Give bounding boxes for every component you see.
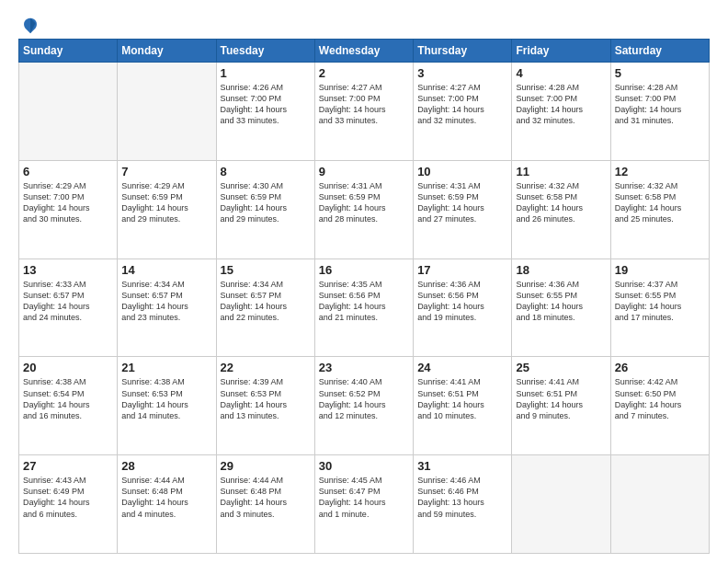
cell-info: Sunrise: 4:31 AMSunset: 6:59 PMDaylight:… (319, 180, 409, 225)
cell-day-number: 10 (417, 165, 507, 178)
calendar-cell: 12Sunrise: 4:32 AMSunset: 6:58 PMDayligh… (610, 160, 709, 259)
cell-info: Sunrise: 4:33 AMSunset: 6:57 PMDaylight:… (23, 279, 113, 324)
cell-info: Sunrise: 4:39 AMSunset: 6:53 PMDaylight:… (221, 376, 311, 421)
cell-info: Sunrise: 4:26 AMSunset: 7:00 PMDaylight:… (221, 82, 311, 127)
cell-info: Sunrise: 4:32 AMSunset: 6:58 PMDaylight:… (615, 180, 705, 225)
cell-day-number: 13 (23, 263, 113, 277)
cell-info: Sunrise: 4:36 AMSunset: 6:55 PMDaylight:… (516, 279, 606, 324)
cell-day-number: 2 (319, 66, 409, 80)
calendar-cell: 4Sunrise: 4:28 AMSunset: 7:00 PMDaylight… (512, 63, 610, 161)
calendar-cell: 2Sunrise: 4:27 AMSunset: 7:00 PMDaylight… (314, 63, 413, 161)
cell-info: Sunrise: 4:29 AMSunset: 6:59 PMDaylight:… (121, 180, 211, 225)
cell-day-number: 21 (121, 361, 211, 374)
calendar-week-row: 6Sunrise: 4:29 AMSunset: 7:00 PMDaylight… (19, 160, 710, 259)
calendar-cell: 28Sunrise: 4:44 AMSunset: 6:48 PMDayligh… (118, 455, 216, 554)
calendar-cell: 13Sunrise: 4:33 AMSunset: 6:57 PMDayligh… (19, 259, 118, 357)
cell-day-number: 23 (319, 361, 409, 374)
weekday-header: Sunday (19, 40, 118, 63)
cell-day-number: 6 (23, 165, 113, 178)
weekday-header: Friday (512, 40, 610, 63)
cell-day-number: 5 (615, 66, 705, 80)
calendar-cell: 27Sunrise: 4:43 AMSunset: 6:49 PMDayligh… (19, 455, 118, 554)
logo-icon (20, 15, 40, 35)
calendar-cell: 7Sunrise: 4:29 AMSunset: 6:59 PMDaylight… (118, 160, 216, 259)
calendar-cell: 6Sunrise: 4:29 AMSunset: 7:00 PMDaylight… (19, 160, 118, 259)
calendar-cell: 31Sunrise: 4:46 AMSunset: 6:46 PMDayligh… (414, 455, 512, 554)
cell-day-number: 12 (615, 165, 705, 178)
cell-day-number: 4 (516, 66, 606, 80)
header (18, 15, 710, 29)
calendar-week-row: 13Sunrise: 4:33 AMSunset: 6:57 PMDayligh… (19, 259, 710, 357)
cell-day-number: 20 (23, 361, 113, 374)
cell-day-number: 11 (516, 165, 606, 178)
cell-info: Sunrise: 4:46 AMSunset: 6:46 PMDaylight:… (417, 475, 507, 520)
cell-info: Sunrise: 4:41 AMSunset: 6:51 PMDaylight:… (516, 376, 606, 421)
cell-day-number: 1 (221, 66, 311, 80)
cell-info: Sunrise: 4:32 AMSunset: 6:58 PMDaylight:… (516, 180, 606, 225)
cell-day-number: 30 (319, 459, 409, 473)
cell-day-number: 15 (221, 263, 311, 277)
cell-info: Sunrise: 4:27 AMSunset: 7:00 PMDaylight:… (319, 82, 409, 127)
cell-info: Sunrise: 4:30 AMSunset: 6:59 PMDaylight:… (221, 180, 311, 225)
calendar-cell: 16Sunrise: 4:35 AMSunset: 6:56 PMDayligh… (314, 259, 413, 357)
cell-day-number: 17 (417, 263, 507, 277)
cell-day-number: 3 (417, 66, 507, 80)
calendar-cell: 14Sunrise: 4:34 AMSunset: 6:57 PMDayligh… (118, 259, 216, 357)
weekday-header: Wednesday (314, 40, 413, 63)
logo (18, 15, 40, 29)
calendar-cell: 11Sunrise: 4:32 AMSunset: 6:58 PMDayligh… (512, 160, 610, 259)
cell-info: Sunrise: 4:37 AMSunset: 6:55 PMDaylight:… (615, 279, 705, 324)
cell-info: Sunrise: 4:40 AMSunset: 6:52 PMDaylight:… (319, 376, 409, 421)
calendar-week-row: 27Sunrise: 4:43 AMSunset: 6:49 PMDayligh… (19, 455, 710, 554)
cell-day-number: 25 (516, 361, 606, 374)
calendar-cell (118, 63, 216, 161)
cell-info: Sunrise: 4:35 AMSunset: 6:56 PMDaylight:… (319, 279, 409, 324)
cell-day-number: 19 (615, 263, 705, 277)
weekday-header: Thursday (414, 40, 512, 63)
cell-day-number: 14 (121, 263, 211, 277)
weekday-header-row: SundayMondayTuesdayWednesdayThursdayFrid… (19, 40, 710, 63)
cell-day-number: 27 (23, 459, 113, 473)
calendar-cell (512, 455, 610, 554)
calendar-cell (610, 455, 709, 554)
calendar-cell: 18Sunrise: 4:36 AMSunset: 6:55 PMDayligh… (512, 259, 610, 357)
calendar-cell: 17Sunrise: 4:36 AMSunset: 6:56 PMDayligh… (414, 259, 512, 357)
cell-info: Sunrise: 4:36 AMSunset: 6:56 PMDaylight:… (417, 279, 507, 324)
calendar-cell: 30Sunrise: 4:45 AMSunset: 6:47 PMDayligh… (314, 455, 413, 554)
cell-info: Sunrise: 4:28 AMSunset: 7:00 PMDaylight:… (615, 82, 705, 127)
cell-info: Sunrise: 4:43 AMSunset: 6:49 PMDaylight:… (23, 475, 113, 520)
weekday-header: Saturday (610, 40, 709, 63)
cell-info: Sunrise: 4:44 AMSunset: 6:48 PMDaylight:… (121, 475, 211, 520)
calendar-week-row: 1Sunrise: 4:26 AMSunset: 7:00 PMDaylight… (19, 63, 710, 161)
calendar-cell: 3Sunrise: 4:27 AMSunset: 7:00 PMDaylight… (414, 63, 512, 161)
page: SundayMondayTuesdayWednesdayThursdayFrid… (0, 0, 728, 563)
calendar-table: SundayMondayTuesdayWednesdayThursdayFrid… (18, 39, 710, 554)
calendar-week-row: 20Sunrise: 4:38 AMSunset: 6:54 PMDayligh… (19, 357, 710, 455)
cell-info: Sunrise: 4:31 AMSunset: 6:59 PMDaylight:… (417, 180, 507, 225)
weekday-header: Monday (118, 40, 216, 63)
cell-info: Sunrise: 4:29 AMSunset: 7:00 PMDaylight:… (23, 180, 113, 225)
calendar-cell: 29Sunrise: 4:44 AMSunset: 6:48 PMDayligh… (216, 455, 314, 554)
cell-day-number: 29 (221, 459, 311, 473)
cell-info: Sunrise: 4:42 AMSunset: 6:50 PMDaylight:… (615, 376, 705, 421)
calendar-cell: 5Sunrise: 4:28 AMSunset: 7:00 PMDaylight… (610, 63, 709, 161)
cell-info: Sunrise: 4:45 AMSunset: 6:47 PMDaylight:… (319, 475, 409, 520)
weekday-header: Tuesday (216, 40, 314, 63)
calendar-cell: 10Sunrise: 4:31 AMSunset: 6:59 PMDayligh… (414, 160, 512, 259)
cell-day-number: 18 (516, 263, 606, 277)
calendar-cell (19, 63, 118, 161)
calendar-cell: 23Sunrise: 4:40 AMSunset: 6:52 PMDayligh… (314, 357, 413, 455)
cell-info: Sunrise: 4:34 AMSunset: 6:57 PMDaylight:… (221, 279, 311, 324)
cell-day-number: 16 (319, 263, 409, 277)
cell-day-number: 24 (417, 361, 507, 374)
cell-day-number: 9 (319, 165, 409, 178)
calendar-cell: 15Sunrise: 4:34 AMSunset: 6:57 PMDayligh… (216, 259, 314, 357)
cell-info: Sunrise: 4:27 AMSunset: 7:00 PMDaylight:… (417, 82, 507, 127)
cell-info: Sunrise: 4:28 AMSunset: 7:00 PMDaylight:… (516, 82, 606, 127)
calendar-cell: 24Sunrise: 4:41 AMSunset: 6:51 PMDayligh… (414, 357, 512, 455)
cell-info: Sunrise: 4:34 AMSunset: 6:57 PMDaylight:… (121, 279, 211, 324)
calendar-cell: 22Sunrise: 4:39 AMSunset: 6:53 PMDayligh… (216, 357, 314, 455)
cell-day-number: 26 (615, 361, 705, 374)
cell-day-number: 22 (221, 361, 311, 374)
cell-day-number: 31 (417, 459, 507, 473)
